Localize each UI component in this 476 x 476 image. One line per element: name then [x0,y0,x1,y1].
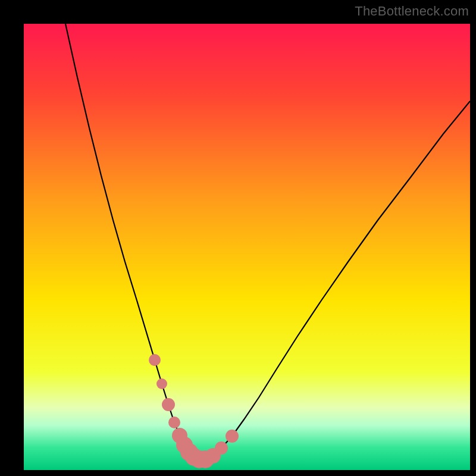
watermark-label: TheBottleneck.com [355,4,469,19]
chart-frame: TheBottleneck.com [0,0,476,476]
plot-area [24,24,470,470]
bottleneck-chart [24,24,470,470]
curve-marker [215,441,228,455]
curve-marker [162,398,175,411]
curve-marker [149,354,161,366]
curve-marker [168,416,180,428]
heatmap-background [24,24,470,470]
curve-marker [226,430,239,443]
curve-marker [156,378,167,389]
